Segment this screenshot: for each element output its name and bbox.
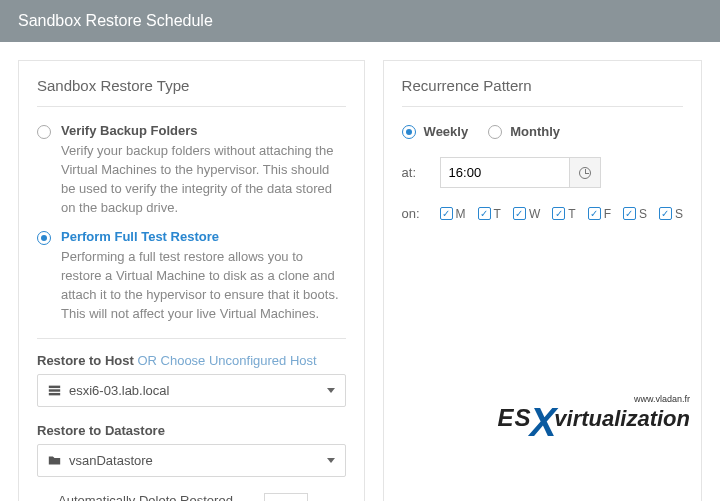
chevron-down-icon <box>327 458 335 463</box>
option-full-test-restore[interactable]: Perform Full Test Restore Performing a f… <box>37 229 346 323</box>
day-label-6: S <box>675 207 683 221</box>
option-verify-backup-title: Verify Backup Folders <box>61 123 346 138</box>
day-0[interactable]: M <box>440 207 466 221</box>
auto-delete-row: Automatically Delete Restored VM after D… <box>37 493 346 501</box>
radio-full-test-restore[interactable] <box>37 231 51 245</box>
day-label-5: S <box>639 207 647 221</box>
restore-host-value: esxi6-03.lab.local <box>69 383 169 398</box>
radio-verify-backup[interactable] <box>37 125 51 139</box>
frequency-weekly[interactable]: Weekly <box>402 123 469 139</box>
day-checkbox-2[interactable] <box>513 207 526 220</box>
day-checkbox-0[interactable] <box>440 207 453 220</box>
day-checkbox-3[interactable] <box>552 207 565 220</box>
day-checkbox-5[interactable] <box>623 207 636 220</box>
restore-datastore-label: Restore to Datastore <box>37 423 346 438</box>
days-row: on: MTWTFSS <box>402 206 683 221</box>
option-verify-backup[interactable]: Verify Backup Folders Verify your backup… <box>37 123 346 217</box>
option-full-test-restore-desc: Performing a full test restore allows yo… <box>61 248 346 323</box>
auto-delete-days-input[interactable] <box>264 493 308 501</box>
clock-icon <box>579 167 591 179</box>
restore-type-panel: Sandbox Restore Type Verify Backup Folde… <box>18 60 365 501</box>
day-4[interactable]: F <box>588 207 611 221</box>
radio-monthly[interactable] <box>488 125 502 139</box>
restore-host-label: Restore to Host OR Choose Unconfigured H… <box>37 353 346 368</box>
day-label-3: T <box>568 207 575 221</box>
day-1[interactable]: T <box>478 207 501 221</box>
restore-type-heading: Sandbox Restore Type <box>37 77 346 107</box>
choose-unconfigured-host-link[interactable]: OR Choose Unconfigured Host <box>137 353 316 368</box>
day-5[interactable]: S <box>623 207 647 221</box>
folder-icon <box>48 454 61 467</box>
day-checkbox-1[interactable] <box>478 207 491 220</box>
dialog-titlebar: Sandbox Restore Schedule <box>0 0 720 42</box>
auto-delete-label: Automatically Delete Restored VM after <box>58 493 248 501</box>
recurrence-panel: Recurrence Pattern Weekly Monthly at: on… <box>383 60 702 501</box>
radio-weekly[interactable] <box>402 125 416 139</box>
day-label-1: T <box>494 207 501 221</box>
day-2[interactable]: W <box>513 207 540 221</box>
day-checkbox-6[interactable] <box>659 207 672 220</box>
frequency-row: Weekly Monthly <box>402 123 683 139</box>
dialog-title: Sandbox Restore Schedule <box>18 12 213 29</box>
day-checkbox-4[interactable] <box>588 207 601 220</box>
frequency-monthly-label: Monthly <box>510 124 560 139</box>
day-6[interactable]: S <box>659 207 683 221</box>
restore-host-select[interactable]: esxi6-03.lab.local <box>37 374 346 407</box>
server-icon <box>48 384 61 397</box>
time-picker-button[interactable] <box>570 157 601 188</box>
days-label: on: <box>402 206 440 221</box>
day-label-0: M <box>456 207 466 221</box>
option-full-test-restore-title: Perform Full Test Restore <box>61 229 346 244</box>
time-input[interactable] <box>440 157 570 188</box>
svg-rect-0 <box>49 385 60 387</box>
svg-rect-2 <box>49 393 60 395</box>
days-container: MTWTFSS <box>440 207 683 221</box>
svg-rect-1 <box>49 389 60 391</box>
chevron-down-icon <box>327 388 335 393</box>
divider <box>37 338 346 339</box>
time-row: at: <box>402 157 683 188</box>
option-verify-backup-desc: Verify your backup folders without attac… <box>61 142 346 217</box>
restore-datastore-value: vsanDatastore <box>69 453 153 468</box>
frequency-monthly[interactable]: Monthly <box>488 123 560 139</box>
day-label-2: W <box>529 207 540 221</box>
frequency-weekly-label: Weekly <box>424 124 469 139</box>
restore-datastore-select[interactable]: vsanDatastore <box>37 444 346 477</box>
recurrence-heading: Recurrence Pattern <box>402 77 683 107</box>
day-3[interactable]: T <box>552 207 575 221</box>
time-label: at: <box>402 165 440 180</box>
day-label-4: F <box>604 207 611 221</box>
dialog-body: Sandbox Restore Type Verify Backup Folde… <box>0 42 720 501</box>
